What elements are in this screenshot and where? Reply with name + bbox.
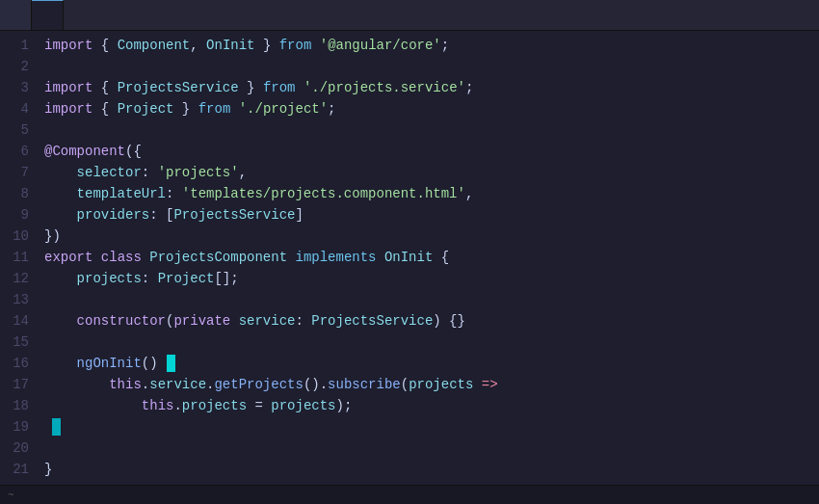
token-plain: : bbox=[295, 310, 311, 332]
token-prop: service bbox=[149, 374, 206, 395]
token-kw2: from bbox=[279, 35, 312, 56]
token-plain bbox=[44, 374, 109, 395]
code-line bbox=[44, 332, 819, 353]
code-line: import { ProjectsService } from './proje… bbox=[44, 77, 819, 98]
code-line: providers: [ProjectsService] bbox=[44, 204, 819, 225]
token-plain bbox=[44, 183, 77, 204]
token-kw: private bbox=[173, 310, 230, 332]
token-plain: : bbox=[142, 268, 158, 289]
status-bar: ~ bbox=[0, 485, 819, 504]
code-line: ngOnInit() bbox=[44, 353, 819, 374]
code-line: }) bbox=[44, 225, 819, 247]
token-cls: Project bbox=[158, 268, 215, 289]
token-prop: projects bbox=[77, 268, 142, 289]
tab-bar bbox=[0, 0, 819, 31]
token-dec: @Component bbox=[44, 141, 125, 162]
token-method: getProjects bbox=[214, 374, 303, 395]
token-plain: []; bbox=[214, 268, 238, 289]
code-line bbox=[44, 289, 819, 310]
token-plain bbox=[473, 374, 481, 395]
editor: 123456789101112131415161718192021 import… bbox=[0, 0, 819, 504]
line-number: 6 bbox=[8, 141, 29, 162]
token-plain bbox=[92, 247, 100, 268]
code-line: this.service.getProjects().subscribe(pro… bbox=[44, 374, 819, 395]
tab-projects-service[interactable] bbox=[0, 0, 32, 30]
token-plain bbox=[44, 310, 77, 332]
token-plain: : bbox=[166, 183, 182, 204]
cursor bbox=[167, 355, 175, 372]
token-plain bbox=[44, 353, 77, 374]
code-line: constructor(private service: ProjectsSer… bbox=[44, 310, 819, 332]
code-line: projects: Project[]; bbox=[44, 268, 819, 289]
token-kw2: from bbox=[263, 77, 296, 98]
code-line: export class ProjectsComponent implement… bbox=[44, 247, 819, 268]
token-plain: }) bbox=[44, 225, 61, 247]
token-plain: , bbox=[465, 183, 473, 204]
token-plain: ; bbox=[465, 77, 473, 98]
token-plain bbox=[44, 204, 77, 225]
token-plain: (). bbox=[304, 374, 328, 395]
token-kw2: implements bbox=[295, 247, 376, 268]
line-number: 8 bbox=[8, 183, 29, 204]
token-cls: Project bbox=[118, 98, 174, 119]
token-kw: import bbox=[44, 77, 92, 98]
token-plain: ( bbox=[166, 310, 173, 332]
token-plain: : bbox=[142, 162, 158, 183]
line-number: 20 bbox=[8, 438, 29, 459]
cursor2 bbox=[52, 418, 61, 436]
token-this-kw: this bbox=[142, 395, 174, 416]
line-number: 19 bbox=[8, 416, 29, 438]
token-str: '@angular/core' bbox=[320, 35, 441, 56]
code-line bbox=[44, 416, 819, 438]
tab-projects-component[interactable] bbox=[32, 0, 64, 30]
token-plain: { bbox=[92, 77, 117, 98]
line-number: 15 bbox=[8, 332, 29, 353]
token-plain: : [ bbox=[149, 204, 173, 225]
code-line: templateUrl: 'templates/projects.compone… bbox=[44, 183, 819, 204]
token-prop: projects bbox=[409, 374, 473, 395]
token-cls: ProjectsService bbox=[311, 310, 433, 332]
line-number: 7 bbox=[8, 162, 29, 183]
line-number: 17 bbox=[8, 374, 29, 395]
token-prop: selector bbox=[77, 162, 142, 183]
token-prop: providers bbox=[77, 204, 150, 225]
token-method: subscribe bbox=[328, 374, 401, 395]
token-plain: { bbox=[433, 247, 449, 268]
token-method: ngOnInit bbox=[77, 353, 142, 374]
token-plain: { bbox=[92, 35, 117, 56]
token-cls: OnInit bbox=[206, 35, 254, 56]
token-plain: ); bbox=[336, 395, 353, 416]
token-plain: } bbox=[255, 35, 279, 56]
token-plain: , bbox=[190, 35, 206, 56]
token-str: './projects.service' bbox=[304, 77, 465, 98]
token-arrow: => bbox=[482, 374, 498, 395]
line-number: 5 bbox=[8, 119, 29, 141]
token-plain bbox=[230, 310, 238, 332]
line-number: 3 bbox=[8, 77, 29, 98]
code-content[interactable]: import { Component, OnInit } from '@angu… bbox=[37, 35, 819, 481]
code-line: import { Component, OnInit } from '@angu… bbox=[44, 35, 819, 56]
line-number: 18 bbox=[8, 395, 29, 416]
token-kw: constructor bbox=[77, 310, 166, 332]
line-number: 10 bbox=[8, 225, 29, 247]
token-plain: ( bbox=[401, 374, 409, 395]
token-kw: import bbox=[44, 35, 92, 56]
code-line: @Component({ bbox=[44, 141, 819, 162]
tilde-indicator: ~ bbox=[8, 490, 14, 501]
token-plain: () bbox=[142, 353, 166, 374]
token-plain: ) {} bbox=[433, 310, 465, 332]
code-line bbox=[44, 438, 819, 459]
token-plain bbox=[296, 77, 304, 98]
line-number: 1 bbox=[8, 35, 29, 56]
line-number: 21 bbox=[8, 459, 29, 480]
token-plain: . bbox=[206, 374, 214, 395]
token-cls: Component bbox=[118, 35, 191, 56]
token-plain: . bbox=[173, 395, 181, 416]
token-kw: class bbox=[101, 247, 142, 268]
line-numbers: 123456789101112131415161718192021 bbox=[0, 35, 37, 481]
line-number: 9 bbox=[8, 204, 29, 225]
token-kw: import bbox=[44, 98, 92, 119]
token-plain bbox=[230, 98, 238, 119]
token-plain bbox=[311, 35, 319, 56]
line-number: 4 bbox=[8, 98, 29, 119]
